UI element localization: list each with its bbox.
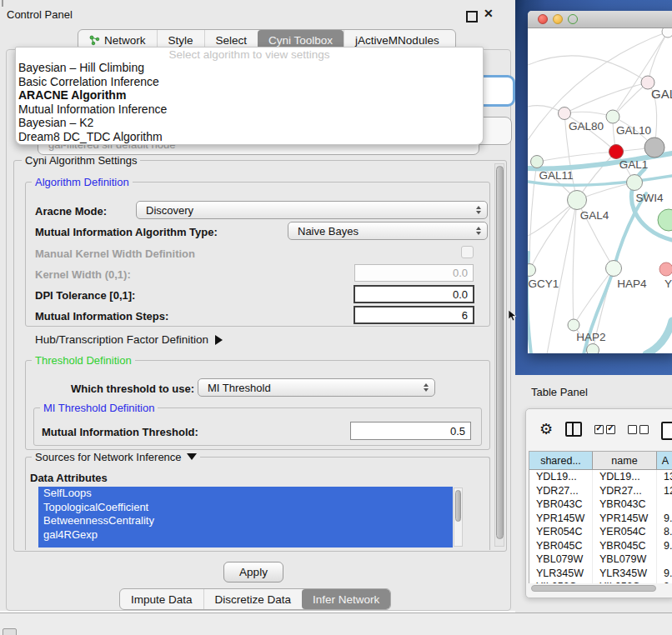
network-graph: GALGAL80GAL10GAL1GAL11SWI4GAL4GCY1HAP4YH… bbox=[528, 28, 672, 353]
kernel-width-label: Kernel Width (0,1): bbox=[35, 268, 131, 281]
table-cell: YBR045C bbox=[529, 539, 593, 553]
dropdown-hint: Select algorithm to view settings bbox=[16, 48, 483, 61]
network-edge bbox=[537, 152, 616, 162]
mouse-cursor bbox=[509, 310, 518, 322]
tab-network-label: Network bbox=[104, 34, 146, 47]
minimize-traffic-light-icon[interactable] bbox=[553, 14, 563, 24]
tab-infer-network[interactable]: Infer Network bbox=[302, 589, 390, 609]
network-node-y[interactable] bbox=[659, 262, 672, 276]
dpi-tolerance-label: DPI Tolerance [0,1]: bbox=[35, 289, 135, 302]
close-icon[interactable]: ✕ bbox=[484, 7, 494, 20]
network-window-titlebar[interactable] bbox=[528, 11, 672, 28]
network-node-gal4[interactable] bbox=[568, 191, 587, 210]
settings-scrollbar-track[interactable] bbox=[494, 163, 504, 547]
attribute-list-item[interactable]: TopologicalCoefficient bbox=[38, 501, 453, 515]
dropdown-item[interactable]: ARACNE Algorithm bbox=[16, 88, 483, 102]
network-edge bbox=[648, 32, 668, 82]
bottom-strip bbox=[0, 612, 672, 635]
table-row[interactable]: YDR27...YDR27...12 bbox=[529, 484, 672, 498]
window-edge-notch bbox=[2, 0, 3, 7]
table-cell: YBL079W bbox=[529, 552, 593, 567]
network-canvas[interactable]: GALGAL80GAL10GAL1GAL11SWI4GAL4GCY1HAP4YH… bbox=[528, 28, 672, 353]
attribute-list-item[interactable]: gal4RGexp bbox=[38, 528, 453, 542]
table-row[interactable]: YDL19...YDL19...13 bbox=[529, 470, 672, 484]
sources-title[interactable]: Sources for Network Inference bbox=[32, 451, 200, 463]
kernel-width-field[interactable]: 0.0 bbox=[354, 264, 474, 282]
network-node-gal10[interactable] bbox=[606, 110, 619, 123]
which-threshold-combobox[interactable]: MI Threshold bbox=[198, 378, 435, 397]
select-all-checks-icon[interactable] bbox=[594, 425, 615, 434]
tab-discretize-data[interactable]: Discretize Data bbox=[203, 589, 303, 609]
table-row[interactable]: YBR045CYBR045C9. bbox=[529, 539, 672, 553]
apply-button[interactable]: Apply bbox=[223, 562, 283, 582]
network-node-gal80[interactable] bbox=[559, 108, 571, 120]
table-cell bbox=[657, 498, 672, 512]
column-header-name[interactable]: name bbox=[593, 452, 657, 469]
mi-threshold-label: Mutual Information Threshold: bbox=[42, 426, 198, 438]
aracne-mode-combobox[interactable]: Discovery bbox=[136, 201, 488, 219]
float-window-icon[interactable] bbox=[466, 11, 478, 22]
zoom-traffic-light-icon[interactable] bbox=[568, 14, 578, 24]
manual-kernel-checkbox[interactable] bbox=[461, 246, 474, 258]
table-cell: YBL079W bbox=[593, 552, 657, 567]
dropdown-item[interactable]: Bayesian – K2 bbox=[16, 116, 483, 130]
deselect-all-checks-icon[interactable] bbox=[628, 425, 649, 434]
table-row[interactable]: YBR043CYBR043C bbox=[529, 498, 672, 512]
threshold-definition-title: Threshold Definition bbox=[32, 354, 135, 367]
mi-steps-field[interactable]: 6 bbox=[354, 306, 474, 324]
network-node-hap4[interactable] bbox=[606, 261, 622, 277]
network-node-gcy1[interactable] bbox=[528, 264, 536, 277]
attribute-list-item-partial[interactable] bbox=[38, 542, 453, 548]
attributes-scrollbar-thumb[interactable] bbox=[455, 490, 461, 522]
dropdown-item[interactable]: Basic Correlation Inference bbox=[16, 75, 483, 89]
network-node-swi4[interactable] bbox=[627, 175, 643, 191]
dpi-tolerance-field[interactable]: 0.0 bbox=[354, 285, 474, 303]
table-hscrollbar-track[interactable] bbox=[531, 585, 669, 592]
column-header-partial[interactable]: A bbox=[657, 452, 672, 469]
table-row[interactable]: YIL052CYIL052C9 bbox=[529, 580, 672, 583]
attribute-list-item[interactable]: BetweennessCentrality bbox=[38, 514, 453, 528]
table-row[interactable]: YBL079WYBL079W bbox=[529, 552, 672, 567]
network-node[interactable] bbox=[658, 209, 672, 231]
network-icon bbox=[89, 35, 100, 46]
attribute-list-item[interactable]: SelfLoops bbox=[38, 487, 453, 501]
network-node[interactable] bbox=[644, 138, 664, 158]
table-cell: YIL052C bbox=[593, 580, 657, 583]
table-cell: 8. bbox=[657, 525, 672, 539]
mi-threshold-field[interactable]: 0.5 bbox=[350, 422, 471, 440]
node-table: shared... name A YDL19...YDL19...13YDR27… bbox=[529, 451, 672, 583]
network-node-gal11[interactable] bbox=[531, 156, 544, 168]
control-panel-window: Control Panel ✕ Network Style Select Cyn… bbox=[0, 0, 515, 611]
dropdown-item[interactable]: Bayesian – Hill Climbing bbox=[16, 61, 483, 75]
network-edge bbox=[529, 162, 537, 270]
bottom-left-button[interactable] bbox=[3, 628, 17, 635]
table-row[interactable]: YLR345WYLR345W9. bbox=[529, 567, 672, 581]
columns-icon[interactable] bbox=[565, 422, 582, 437]
network-node-hap2[interactable] bbox=[568, 319, 579, 331]
manual-kernel-label: Manual Kernel Width Definition bbox=[35, 248, 195, 260]
which-threshold-label: Which threshold to use: bbox=[71, 382, 194, 395]
dropdown-item[interactable]: Dream8 DC_TDC Algorithm bbox=[16, 130, 483, 144]
tab-impute-data[interactable]: Impute Data bbox=[120, 589, 203, 609]
table-cell: YER054C bbox=[529, 525, 593, 539]
dropdown-item[interactable]: Mutual Information Inference bbox=[16, 102, 483, 117]
network-node-label: GAL bbox=[651, 87, 672, 101]
table-body: YDL19...YDL19...13YDR27...YDR27...12YBR0… bbox=[529, 470, 672, 583]
table-toolbar: ⚙ bbox=[526, 409, 672, 449]
column-header-shared-name[interactable]: shared... bbox=[529, 452, 593, 469]
attributes-scrollbar-track[interactable] bbox=[454, 488, 463, 547]
hub-definition-expander[interactable]: Hub/Transcription Factor Definition bbox=[35, 333, 223, 346]
gear-icon[interactable]: ⚙ bbox=[539, 422, 553, 437]
table-row[interactable]: YER054CYER054C8. bbox=[529, 525, 672, 539]
network-node[interactable] bbox=[587, 344, 599, 354]
document-icon[interactable] bbox=[661, 422, 672, 440]
network-node-gal1[interactable] bbox=[609, 145, 624, 159]
mi-type-combobox[interactable]: Naive Bayes bbox=[288, 222, 488, 240]
close-traffic-light-icon[interactable] bbox=[538, 14, 548, 24]
data-attributes-list[interactable]: SelfLoopsTopologicalCoefficientBetweenne… bbox=[38, 487, 453, 548]
network-node-label: Y bbox=[664, 278, 672, 290]
table-hscrollbar-thumb[interactable] bbox=[531, 585, 656, 592]
table-row[interactable]: YPR145WYPR145W9. bbox=[529, 512, 672, 526]
network-node[interactable] bbox=[662, 28, 672, 38]
settings-scrollbar-thumb[interactable] bbox=[496, 166, 504, 539]
